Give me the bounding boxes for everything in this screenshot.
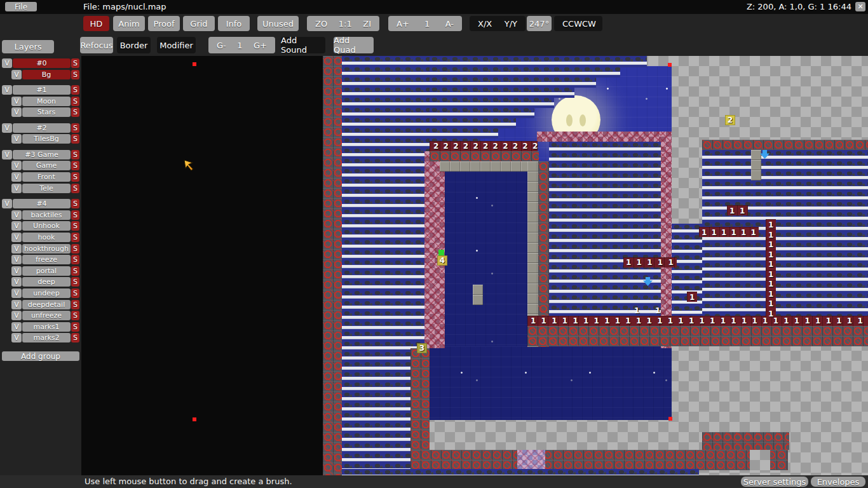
settings-toggle[interactable]: S [71, 199, 79, 208]
settings-toggle[interactable]: S [71, 85, 79, 95]
proof-toggle-button[interactable]: Proof [148, 16, 180, 31]
rotation-value-button[interactable]: 247° [527, 16, 552, 31]
visibility-toggle[interactable]: V [11, 288, 22, 298]
layer-label-front[interactable]: Front [22, 172, 71, 182]
settings-toggle[interactable]: S [71, 333, 79, 342]
add-sound-button[interactable]: Add Sound [281, 37, 325, 53]
settings-toggle[interactable]: S [71, 58, 79, 68]
settings-toggle[interactable]: S [71, 266, 79, 276]
layer-label-bg[interactable]: Bg [22, 70, 71, 79]
visibility-toggle[interactable]: V [11, 266, 22, 276]
border-button[interactable]: Border [117, 37, 151, 53]
close-icon[interactable]: ✕ [855, 2, 865, 11]
settings-toggle[interactable]: S [71, 123, 79, 133]
layer-label-unhook[interactable]: Unhook [22, 221, 71, 231]
settings-toggle[interactable]: S [71, 300, 79, 309]
layer-label-marks1[interactable]: marks1 [22, 322, 71, 332]
visibility-toggle[interactable]: V [11, 221, 22, 231]
visibility-toggle[interactable]: V [2, 199, 12, 208]
layer-label-stars[interactable]: Stars [22, 107, 71, 117]
settings-toggle[interactable]: S [71, 288, 79, 298]
settings-toggle[interactable]: S [71, 244, 79, 254]
visibility-toggle[interactable]: V [11, 244, 22, 254]
layer-label-deepdetail[interactable]: deepdetail [22, 300, 71, 309]
rotate-ccw-button[interactable]: CCW [562, 19, 582, 29]
layer-label-moon[interactable]: Moon [22, 97, 71, 106]
zoom-in-button[interactable]: ZI [363, 19, 371, 29]
zoom-out-button[interactable]: ZO [315, 19, 327, 29]
settings-toggle[interactable]: S [71, 221, 79, 231]
settings-toggle[interactable]: S [71, 311, 79, 320]
grid-minus-button[interactable]: G- [217, 41, 226, 50]
visibility-toggle[interactable]: V [11, 172, 22, 182]
group-label-#2[interactable]: #2 [13, 123, 71, 133]
flip-x-button[interactable]: X/X [478, 19, 492, 29]
settings-toggle[interactable]: S [71, 97, 79, 106]
settings-toggle[interactable]: S [71, 172, 79, 182]
settings-toggle[interactable]: S [71, 150, 79, 159]
layer-label-marks2[interactable]: marks2 [22, 333, 71, 342]
quad-point-pin[interactable] [193, 62, 196, 66]
visibility-toggle[interactable]: V [11, 184, 22, 193]
quad-point-pin[interactable] [668, 63, 672, 67]
layer-label-unfreeze[interactable]: unfreeze [22, 311, 71, 320]
layer-label-game[interactable]: Game [22, 161, 71, 170]
map-canvas[interactable]: 2222222222211111111111111111111111111111… [81, 56, 868, 475]
anim-speed-plus-button[interactable]: A+ [397, 19, 409, 29]
layer-label-tele[interactable]: Tele [22, 184, 71, 193]
settings-toggle[interactable]: S [71, 184, 79, 193]
visibility-toggle[interactable]: V [11, 97, 22, 106]
hd-toggle-button[interactable]: HD [83, 16, 109, 31]
visibility-toggle[interactable]: V [11, 107, 22, 117]
unused-toggle-button[interactable]: Unused [257, 16, 299, 31]
layer-label-freeze[interactable]: freeze [22, 255, 71, 264]
settings-toggle[interactable]: S [71, 255, 79, 264]
settings-toggle[interactable]: S [71, 70, 79, 79]
visibility-toggle[interactable]: V [11, 322, 22, 332]
visibility-toggle[interactable]: V [11, 277, 22, 287]
add-group-button[interactable]: Add group [2, 351, 79, 361]
settings-toggle[interactable]: S [71, 134, 79, 144]
visibility-toggle[interactable]: V [11, 333, 22, 342]
refocus-button[interactable]: Refocus [80, 37, 113, 53]
quad-point-pin[interactable] [193, 417, 196, 421]
layer-label-hook[interactable]: hook [22, 233, 71, 242]
visibility-toggle[interactable]: V [11, 70, 22, 79]
group-label-#1[interactable]: #1 [13, 85, 71, 95]
quad-point-pin[interactable] [668, 417, 672, 421]
settings-toggle[interactable]: S [71, 161, 79, 170]
visibility-toggle[interactable]: V [11, 161, 22, 170]
settings-toggle[interactable]: S [71, 322, 79, 332]
layer-label-tilesbg[interactable]: TilesBg [22, 134, 71, 144]
layer-label-undeep[interactable]: undeep [22, 288, 71, 298]
group-label-#3 game[interactable]: #3 Game [13, 150, 71, 159]
layer-label-portal[interactable]: portal [22, 266, 71, 276]
rotate-cw-button[interactable]: CW [582, 19, 596, 29]
grid-plus-button[interactable]: G+ [254, 41, 267, 50]
group-label-#4[interactable]: #4 [13, 199, 71, 208]
add-quad-button[interactable]: Add Quad [334, 37, 374, 53]
flip-y-button[interactable]: Y/Y [505, 19, 517, 29]
visibility-toggle[interactable]: V [11, 233, 22, 242]
visibility-toggle[interactable]: V [11, 210, 22, 220]
layer-label-backtiles[interactable]: backtiles [22, 210, 71, 220]
visibility-toggle[interactable]: V [2, 85, 12, 95]
visibility-toggle[interactable]: V [11, 300, 22, 309]
visibility-toggle[interactable]: V [2, 150, 12, 159]
anim-toggle-button[interactable]: Anim [113, 16, 145, 31]
info-toggle-button[interactable]: Info [218, 16, 250, 31]
anim-speed-minus-button[interactable]: A- [445, 19, 454, 29]
settings-toggle[interactable]: S [71, 233, 79, 242]
grid-toggle-button[interactable]: Grid [183, 16, 215, 31]
modifier-button[interactable]: Modifier [157, 37, 196, 53]
settings-toggle[interactable]: S [71, 107, 79, 117]
settings-toggle[interactable]: S [71, 277, 79, 287]
zoom-reset-button[interactable]: 1:1 [339, 19, 352, 29]
visibility-toggle[interactable]: V [11, 255, 22, 264]
settings-toggle[interactable]: S [71, 210, 79, 220]
layer-label-hookthrough[interactable]: hookthrough [22, 244, 71, 254]
visibility-toggle[interactable]: V [11, 134, 22, 144]
envelopes-button[interactable]: Envelopes [811, 477, 865, 487]
server-settings-button[interactable]: Server settings [741, 477, 808, 487]
layer-label-deep[interactable]: deep [22, 277, 71, 287]
